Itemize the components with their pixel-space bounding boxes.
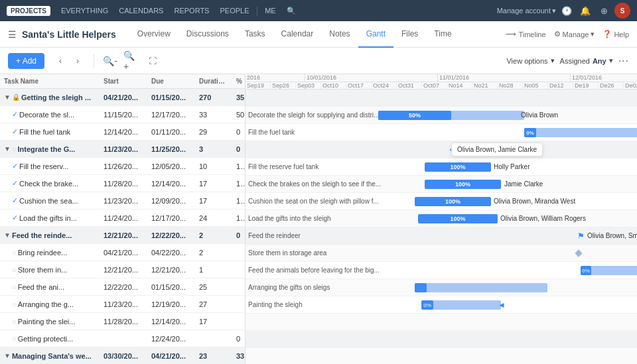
tab-gantt[interactable]: Gantt	[358, 21, 393, 48]
table-row[interactable]: ▼ Feed the reinde... 12/21/20... 12/22/2…	[0, 227, 245, 244]
table-row[interactable]: ✓ Fill the reserv... 11/26/20... 12/05/2…	[0, 158, 245, 175]
task-name-cell: ○ Painting the slei...	[0, 318, 100, 326]
nav-people[interactable]: PEOPLE	[214, 0, 254, 21]
gantt-bar[interactable]: 100%	[415, 197, 491, 206]
table-row[interactable]: ✓ Fill the fuel tank 12/14/20... 01/11/2…	[0, 123, 245, 141]
table-row[interactable]: ○ Store them in... 12/21/20... 12/21/20.…	[0, 261, 245, 278]
gantt-row-6: Cushion the seat on the sleigh with pill…	[246, 193, 637, 210]
gantt-bar[interactable]: 100%	[425, 180, 501, 189]
start-cell: 04/21/20...	[100, 93, 147, 101]
tab-tasks[interactable]: Tasks	[237, 21, 273, 48]
duration-cell: 3	[195, 145, 232, 153]
tab-discussions[interactable]: Discussions	[178, 21, 237, 48]
gantt-row-12: Painting the sleigh 0% ◄	[246, 296, 637, 314]
zoom-out-icon[interactable]: 🔍-	[102, 53, 118, 69]
sidebar-toggle[interactable]: ☰	[8, 29, 17, 40]
gantt-bar[interactable]	[421, 300, 501, 310]
start-cell: 11/15/20...	[100, 111, 147, 119]
task-name-cell: ○ Store them in...	[0, 266, 100, 274]
gantt-row-5: Check the brakes on the sleigh to see if…	[246, 176, 637, 193]
tab-notes[interactable]: Notes	[321, 21, 358, 48]
nav-reports[interactable]: REPORTS	[169, 0, 214, 21]
circle-icon: ○	[12, 266, 17, 274]
circle-icon: ○	[12, 318, 17, 326]
nav-separator: |	[254, 5, 259, 16]
pct-cell: 0	[232, 335, 246, 343]
tab-time[interactable]: Time	[426, 21, 459, 48]
gantt-bar-filled[interactable]: 0%	[581, 266, 591, 275]
arrow-marker-2: ◄	[498, 300, 506, 310]
tab-overview[interactable]: Overview	[129, 21, 178, 48]
clock-icon[interactable]: 🕐	[559, 3, 575, 19]
flag-icon: ⚑	[577, 231, 585, 241]
task-name-cell: ▼ ○ Integrate the G...	[0, 145, 100, 153]
nav-everything[interactable]: EVERYTHING	[56, 0, 113, 21]
gantt-bar-filled[interactable]	[415, 283, 427, 292]
due-cell: 12/14/20...	[147, 180, 195, 188]
nav-calendars[interactable]: CALENDARS	[113, 0, 169, 21]
task-name-cell: ✓ Check the brake...	[0, 179, 100, 188]
timeline-btn[interactable]: ⟿ Timeline	[506, 30, 545, 38]
duration-cell: 25	[195, 283, 232, 291]
gantt-bar[interactable]: 100%	[425, 162, 491, 172]
gantt-bar[interactable]: 100%	[418, 214, 498, 223]
table-row[interactable]: ○ Arranging the g... 11/23/20... 12/19/2…	[0, 296, 245, 313]
nav-search[interactable]: 🔍	[281, 0, 301, 21]
start-cell: 12/22/20...	[100, 283, 147, 291]
view-options-btn[interactable]: View options ▾	[506, 56, 554, 65]
gantt-task-label: Feed the reindeer	[248, 232, 301, 239]
tab-calendar[interactable]: Calendar	[273, 21, 322, 48]
gantt-bar-pct-label: 0%	[581, 268, 591, 274]
gantt-bar[interactable]	[524, 128, 637, 137]
assigned-filter-btn[interactable]: Assigned Any ▾	[560, 56, 613, 65]
zoom-in-icon[interactable]: 🔍+	[123, 53, 139, 69]
manage-btn[interactable]: ⚙ Manage ▾	[554, 30, 595, 38]
bell-icon[interactable]: 🔔	[577, 3, 593, 19]
duration-cell: 10	[195, 162, 232, 170]
gantt-task-label: Check the brakes on the sleigh to see if…	[248, 180, 381, 188]
add-button[interactable]: + Add	[8, 53, 44, 69]
gantt-bar-filled[interactable]: 0%	[524, 128, 536, 137]
table-row[interactable]: ▼ ○ Integrate the G... 11/23/20... 11/25…	[0, 141, 245, 158]
gantt-task-label: Load the gifts into the sleigh	[248, 215, 331, 222]
help-btn[interactable]: ❓ Help	[602, 30, 629, 38]
week-oct17: Oct17	[346, 82, 372, 89]
expand-icon[interactable]: ⛶	[145, 53, 161, 69]
gantt-bar-pct-label: 100%	[447, 215, 468, 222]
projects-badge[interactable]: PROJECTS	[7, 6, 50, 16]
due-cell: 04/21/20...	[147, 352, 195, 360]
nav-me[interactable]: ME	[259, 0, 281, 21]
plus-circle-icon[interactable]: ⊕	[596, 3, 612, 19]
more-options-btn[interactable]: ···	[618, 55, 629, 67]
week-sep19: Sep19	[246, 82, 271, 89]
gantt-bar[interactable]	[415, 283, 547, 292]
table-row[interactable]: ✓ Check the brake... 11/28/20... 12/14/2…	[0, 175, 245, 192]
next-btn[interactable]: ›	[70, 53, 86, 69]
check-icon: ✓	[12, 179, 18, 188]
check-icon: ✓	[12, 213, 18, 222]
table-row[interactable]: ✓ Cushion the sea... 11/23/20... 12/09/2…	[0, 192, 245, 210]
table-row[interactable]: ○ Painting the slei... 11/28/20... 12/14…	[0, 313, 245, 330]
table-row[interactable]: ○ Feed the ani... 12/22/20... 01/15/20..…	[0, 278, 245, 296]
start-cell: 11/26/20...	[100, 162, 147, 170]
table-row[interactable]: ○ Bring reindee... 04/21/20... 04/22/20.…	[0, 244, 245, 261]
gantt-row-11: Arranging the gifts on sleigs	[246, 279, 637, 296]
table-row[interactable]: ✓ Load the gifts in... 11/24/20... 12/17…	[0, 210, 245, 227]
start-cell: 11/28/20...	[100, 180, 147, 188]
gantt-chart[interactable]: 2016 10/01/2016 11/01/2016 12/01/2016 01…	[246, 74, 637, 364]
table-row[interactable]: ○ Getting protecti... 12/24/20... 0	[0, 330, 245, 347]
manage-account-btn[interactable]: Manage account ▾	[497, 7, 556, 15]
start-cell: 11/23/20...	[100, 300, 147, 308]
gantt-bar-filled[interactable]: 50%	[378, 111, 451, 120]
table-row[interactable]: ▼ Managing Santa's we... 03/30/20... 04/…	[0, 347, 245, 364]
table-row[interactable]: ▼ 🔒 Getting the sleigh ... 04/21/20... 0…	[0, 89, 245, 106]
week-de02: De02	[624, 82, 637, 89]
duration-cell: 17	[195, 180, 232, 188]
user-avatar[interactable]: S	[614, 3, 630, 19]
gantt-bar-filled[interactable]: 0%	[421, 300, 433, 310]
circle-icon: ○	[12, 249, 17, 257]
prev-btn[interactable]: ‹	[52, 53, 68, 69]
tab-files[interactable]: Files	[393, 21, 426, 48]
table-row[interactable]: ✓ Decorate the sl... 11/15/20... 12/17/2…	[0, 106, 245, 123]
gantt-assignee-label: Olivia Brown	[521, 111, 558, 119]
